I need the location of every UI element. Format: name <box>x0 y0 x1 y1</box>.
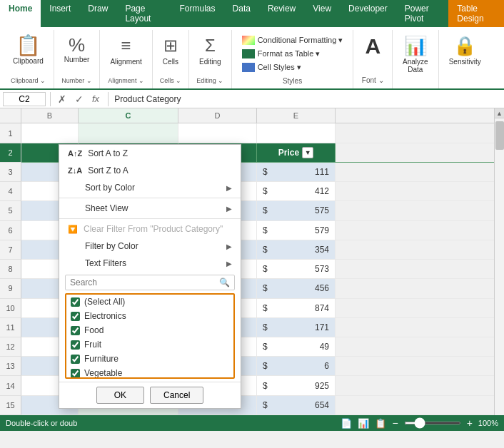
check-select-all[interactable]: (Select All) <box>66 295 233 309</box>
checkbox-electronics[interactable] <box>71 312 80 321</box>
check-electronics[interactable]: Electronics <box>66 309 233 323</box>
analyze-label: AnalyzeData <box>403 58 428 73</box>
search-input[interactable] <box>70 278 216 287</box>
corner-cell <box>0 108 21 123</box>
cell-e6[interactable]: $579 <box>257 221 336 240</box>
cell-e3[interactable]: $111 <box>257 163 336 181</box>
checkbox-vegetable[interactable] <box>71 369 80 378</box>
checkbox-furniture[interactable] <box>71 355 80 364</box>
sheet-view-item[interactable]: Sheet View ▶ <box>59 200 241 217</box>
confirm-icon[interactable]: ✓ <box>72 93 86 105</box>
clipboard-btn[interactable]: 📋 Clipboard <box>9 33 48 77</box>
vertical-scrollbar[interactable]: ▲ <box>494 108 504 415</box>
sensitivity-btn[interactable]: 🔒 Sensitivity <box>445 33 485 86</box>
ribbon: Home Insert Draw Page Layout Formulas Da… <box>0 0 504 90</box>
cell-e15[interactable]: $654 <box>257 396 336 414</box>
col-d-header[interactable]: D <box>178 108 257 123</box>
cancel-icon[interactable]: ✗ <box>55 93 69 105</box>
tab-insert[interactable]: Insert <box>41 0 79 27</box>
ribbon-tab-bar: Home Insert Draw Page Layout Formulas Da… <box>0 0 504 27</box>
scroll-up-btn[interactable]: ▲ <box>495 108 505 118</box>
text-filters-arrow: ▶ <box>226 260 232 268</box>
view-break-icon[interactable]: 📋 <box>375 418 386 429</box>
number-btn[interactable]: % Number <box>60 33 94 77</box>
cell-styles-icon <box>242 63 255 72</box>
cell-e13[interactable]: $6 <box>257 357 336 375</box>
cell-d1[interactable] <box>178 123 257 142</box>
cell-c1[interactable] <box>79 123 178 142</box>
tab-table-design[interactable]: Table Design <box>448 0 504 27</box>
font-btn[interactable]: A <box>361 33 385 76</box>
tab-draw[interactable]: Draw <box>79 0 116 27</box>
scroll-thumb[interactable] <box>495 121 504 150</box>
col-e-header[interactable]: E <box>257 108 336 123</box>
sort-az-item[interactable]: A↑Z Sort A to Z <box>59 145 241 162</box>
zoom-out-btn[interactable]: − <box>392 417 398 429</box>
zoom-level: 100% <box>478 419 498 427</box>
cell-e7[interactable]: $354 <box>257 240 336 259</box>
formula-bar: ✗ ✓ fx Product Category <box>0 90 504 108</box>
analyze-btn[interactable]: 📊 AnalyzeData <box>398 33 433 86</box>
sort-za-label: Sort Z to A <box>88 166 128 175</box>
tab-home[interactable]: Home <box>0 0 41 27</box>
zoom-in-btn[interactable]: + <box>467 417 473 429</box>
cell-e11[interactable]: $171 <box>257 318 336 337</box>
sort-color-item[interactable]: Sort by Color ▶ <box>59 179 241 196</box>
fx-icon[interactable]: fx <box>89 93 102 104</box>
row-num-10: 10 <box>0 299 21 318</box>
filter-dropdown[interactable]: A↑Z Sort A to Z Z↓A Sort Z to A Sort by … <box>59 144 241 409</box>
filter-color-item[interactable]: Filter by Color ▶ <box>59 238 241 255</box>
cell-b1[interactable] <box>21 123 79 142</box>
clipboard-group: 📋 Clipboard Clipboard ⌄ <box>3 30 54 88</box>
clipboard-expand: Clipboard ⌄ <box>11 77 46 84</box>
cells-btn[interactable]: ⊞ Cells <box>158 33 183 77</box>
editing-btn[interactable]: Σ Editing <box>195 33 226 77</box>
col-b-header[interactable]: B <box>21 108 79 123</box>
conditional-formatting-btn[interactable]: Conditional Formatting ▾ <box>239 34 346 47</box>
cell-styles-btn[interactable]: Cell Styles ▾ <box>239 61 346 74</box>
check-food[interactable]: Food <box>66 323 233 337</box>
view-layout-icon[interactable]: 📊 <box>358 418 369 429</box>
cell-e12[interactable]: $49 <box>257 337 336 356</box>
cell-e10[interactable]: $874 <box>257 299 336 317</box>
cell-e2[interactable]: Price ▼ <box>257 143 336 162</box>
cell-e1[interactable] <box>257 123 336 142</box>
view-normal-icon[interactable]: 📄 <box>341 418 352 429</box>
format-table-btn[interactable]: Format as Table ▾ <box>239 47 346 61</box>
grid-row-1 <box>21 123 494 143</box>
cancel-button[interactable]: Cancel <box>150 387 203 404</box>
row-num-4: 4 <box>0 182 21 201</box>
col-c-header[interactable]: C <box>79 108 178 123</box>
tab-view[interactable]: View <box>304 0 340 27</box>
text-filters-item[interactable]: Text Filters ▶ <box>59 255 241 272</box>
check-furniture[interactable]: Furniture <box>66 352 233 366</box>
cell-e4[interactable]: $412 <box>257 182 336 200</box>
number-expand: Number ⌄ <box>61 77 92 84</box>
sort-za-item[interactable]: Z↓A Sort Z to A <box>59 162 241 179</box>
tab-data[interactable]: Data <box>224 0 259 27</box>
cells-label: Cells <box>163 58 178 66</box>
filter-color-arrow: ▶ <box>226 243 232 250</box>
zoom-slider[interactable] <box>404 422 461 424</box>
checkbox-food[interactable] <box>71 326 80 335</box>
cell-e8[interactable]: $573 <box>257 260 336 278</box>
check-vegetable[interactable]: Vegetable <box>66 366 233 379</box>
ok-button[interactable]: OK <box>96 387 144 404</box>
status-text: Double-click or doub <box>6 419 77 427</box>
tab-review[interactable]: Review <box>259 0 304 27</box>
tab-formulas[interactable]: Formulas <box>171 0 224 27</box>
check-fruit[interactable]: Fruit <box>66 337 233 352</box>
tab-power-pivot[interactable]: Power Pivot <box>396 0 449 27</box>
cell-e5[interactable]: $575 <box>257 201 336 220</box>
checkbox-select-all[interactable] <box>71 297 80 307</box>
checkbox-fruit[interactable] <box>71 340 80 350</box>
alignment-btn[interactable]: ≡ Alignment <box>106 33 146 77</box>
tab-page-layout[interactable]: Page Layout <box>116 0 171 27</box>
row-num-7: 7 <box>0 240 21 260</box>
cell-e9[interactable]: $456 <box>257 279 336 297</box>
tab-developer[interactable]: Developer <box>340 0 396 27</box>
cell-ref-box[interactable] <box>3 92 46 106</box>
cell-e14[interactable]: $925 <box>257 376 336 394</box>
row-num-12: 12 <box>0 337 21 357</box>
price-filter-btn[interactable]: ▼ <box>302 147 313 158</box>
